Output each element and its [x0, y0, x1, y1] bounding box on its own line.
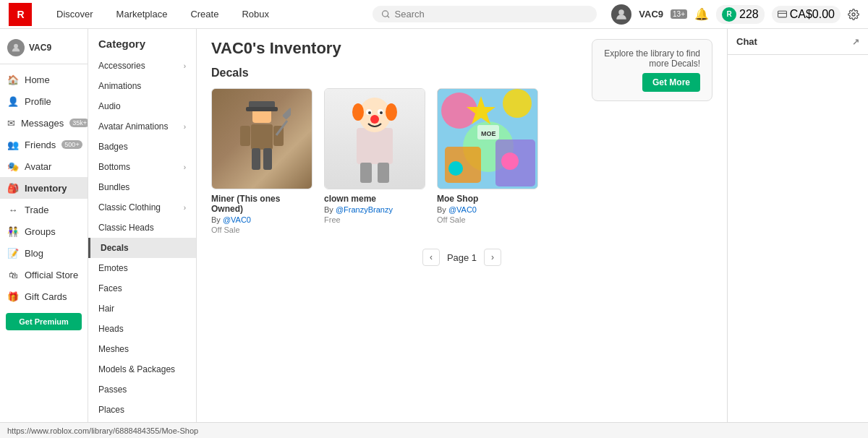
explore-banner-text-2: more Decals! [604, 59, 700, 69]
top-nav: R Discover Marketplace Create Robux VAC9… [0, 0, 868, 29]
category-faces[interactable]: Faces [88, 278, 196, 299]
svg-point-6 [14, 44, 18, 48]
category-audio[interactable]: Audio [88, 96, 196, 116]
category-models-packages[interactable]: Models & Packages [88, 359, 196, 379]
creator-link-miner[interactable]: @VAC0 [223, 215, 251, 224]
get-premium-button[interactable]: Get Premium [6, 313, 82, 330]
svg-rect-13 [252, 148, 260, 170]
sidebar-inventory-label: Inventory [25, 183, 67, 194]
category-bottoms[interactable]: Bottoms › [88, 157, 196, 177]
sidebar-item-groups[interactable]: 👫 Groups [0, 220, 88, 242]
svg-point-2 [619, 9, 625, 15]
category-avatar-animations[interactable]: Avatar Animations › [88, 116, 196, 137]
item-thumb-moe: MOE [437, 88, 538, 189]
main-content: VAC0's Inventory Decals Explore the libr… [197, 29, 727, 422]
item-card-clown[interactable]: clown meme By @FranzyBranzy Free [324, 88, 425, 234]
blog-icon: 📝 [7, 247, 19, 259]
category-animations[interactable]: Animations [88, 76, 196, 96]
search-input[interactable] [395, 9, 589, 20]
sidebar-blog-label: Blog [25, 248, 43, 259]
robux-icon: R [722, 7, 736, 22]
sidebar-item-official-store[interactable]: 🛍 Official Store [0, 264, 88, 285]
chat-header: Chat ↗ [728, 29, 868, 55]
trade-icon: ↔ [7, 204, 19, 215]
settings-icon[interactable] [848, 9, 859, 20]
next-page-button[interactable]: › [484, 249, 501, 266]
sidebar-item-trade[interactable]: ↔ Trade [0, 199, 88, 220]
wallet-icon [778, 9, 787, 19]
sidebar-item-inventory[interactable]: 🎒 Inventory [0, 177, 88, 199]
creator-link-moe[interactable]: @VAC0 [448, 205, 477, 214]
sidebar-item-friends[interactable]: 👥 Friends 500+ [0, 134, 88, 155]
sidebar-item-home[interactable]: 🏠 Home [0, 69, 88, 90]
category-heads[interactable]: Heads [88, 319, 196, 339]
sidebar-item-messages[interactable]: ✉ Messages 35k+ [0, 112, 88, 134]
age-badge: 13+ [671, 9, 687, 19]
sidebar-avatar-label: Avatar [25, 161, 51, 172]
category-places[interactable]: Places [88, 400, 196, 420]
svg-point-35 [501, 153, 519, 170]
category-hair[interactable]: Hair [88, 299, 196, 319]
messages-count-badge: 35k+ [69, 119, 88, 127]
robux-display[interactable]: R 228 [716, 5, 765, 24]
category-passes[interactable]: Passes [88, 379, 196, 400]
currency-amount: CA$0.00 [790, 8, 835, 21]
currency-display[interactable]: CA$0.00 [772, 6, 841, 23]
category-meshes[interactable]: Meshes [88, 339, 196, 359]
item-card-miner[interactable]: Miner (This ones Owned) By @VAC0 Off Sal… [211, 88, 312, 234]
creator-link-clown[interactable]: @FranzyBranzy [336, 205, 393, 214]
item-name-clown: clown meme [324, 194, 425, 204]
category-decals[interactable]: Decals [88, 238, 196, 258]
logo-icon: R [9, 3, 32, 26]
main-layout: VAC9 🏠 Home 👤 Profile ✉ Messages 35k+ 👥 … [0, 29, 868, 422]
category-emotes[interactable]: Emotes [88, 258, 196, 278]
sidebar-item-avatar[interactable]: 🎭 Avatar [0, 155, 88, 177]
sidebar-trade-label: Trade [25, 205, 48, 215]
svg-rect-14 [263, 148, 272, 170]
logo[interactable]: R [9, 3, 32, 26]
nav-marketplace[interactable]: Marketplace [106, 4, 178, 24]
svg-text:MOE: MOE [481, 130, 496, 137]
items-grid: Miner (This ones Owned) By @VAC0 Off Sal… [211, 88, 712, 234]
page-label: Page 1 [447, 252, 477, 263]
sidebar-groups-label: Groups [25, 226, 56, 237]
sidebar-profile-label: Profile [25, 96, 51, 107]
gift-cards-icon: 🎁 [7, 291, 19, 302]
nav-robux[interactable]: Robux [231, 4, 279, 24]
search-bar[interactable] [373, 6, 597, 22]
svg-rect-17 [357, 128, 393, 164]
notification-icon[interactable]: 🔔 [694, 7, 709, 21]
category-classic-heads[interactable]: Classic Heads [88, 218, 196, 238]
category-accessories[interactable]: Accessories › [88, 56, 196, 76]
sidebar-item-gift-cards[interactable]: 🎁 Gift Cards [0, 285, 88, 307]
category-badges[interactable]: Badges [88, 137, 196, 157]
chat-expand-icon[interactable]: ↗ [852, 37, 859, 47]
item-creator-miner: By @VAC0 [211, 215, 312, 224]
category-bundles[interactable]: Bundles [88, 177, 196, 197]
nav-create[interactable]: Create [180, 4, 229, 24]
nav-avatar[interactable] [611, 4, 631, 25]
svg-rect-16 [282, 108, 291, 120]
search-icon [381, 9, 390, 19]
svg-point-36 [448, 161, 463, 176]
chat-title: Chat [736, 36, 757, 47]
sidebar-item-profile[interactable]: 👤 Profile [0, 90, 88, 112]
chevron-right-icon-3: › [184, 163, 186, 171]
nav-username: VAC9 [639, 9, 663, 20]
svg-point-22 [368, 111, 371, 114]
prev-page-button[interactable]: ‹ [422, 249, 440, 266]
get-more-button[interactable]: Get More [642, 73, 700, 92]
chevron-right-icon-2: › [184, 123, 186, 131]
svg-line-1 [388, 16, 389, 17]
svg-point-23 [380, 111, 383, 114]
category-classic-clothing[interactable]: Classic Clothing › [88, 197, 196, 218]
item-creator-moe: By @VAC0 [437, 205, 538, 214]
chevron-right-icon-4: › [184, 204, 186, 212]
pagination: ‹ Page 1 › [211, 249, 712, 266]
item-card-moe[interactable]: MOE Moe Shop By @VAC0 Off Sale [437, 88, 538, 234]
sidebar-friends-label: Friends [25, 139, 56, 150]
nav-discover[interactable]: Discover [46, 4, 103, 24]
nav-right: VAC9 13+ 🔔 R 228 CA$0.00 [611, 4, 859, 25]
sidebar-user[interactable]: VAC9 [0, 35, 88, 64]
sidebar-item-blog[interactable]: 📝 Blog [0, 242, 88, 264]
